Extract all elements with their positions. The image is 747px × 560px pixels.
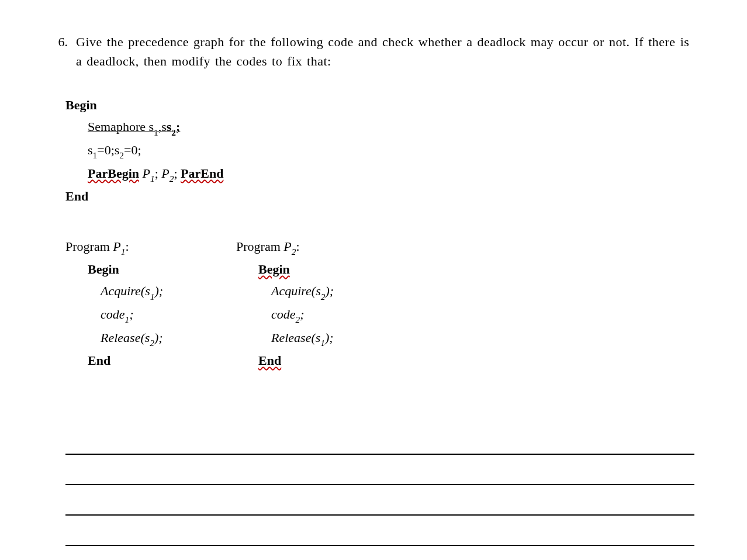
semaphore-label: Semaphore s1,ss2; <box>88 119 180 134</box>
question-content: Give the precedence graph for the follow… <box>76 32 694 560</box>
program-1-release: Release(s2); <box>101 327 200 350</box>
answer-lines <box>65 424 694 560</box>
answer-line-4 <box>65 516 694 546</box>
parend-keyword: ParEnd <box>181 166 223 181</box>
answer-line-2 <box>65 455 694 485</box>
program-2-begin: Begin <box>258 258 371 280</box>
program-2-code: code2; <box>271 303 371 327</box>
answer-line-1 <box>65 424 694 455</box>
answer-line-5 <box>65 546 694 560</box>
parbegin-line: ParBegin P1; P2; ParEnd <box>88 163 694 186</box>
program-2-acquire: Acquire(s2); <box>271 280 371 303</box>
question-wrapper: 6. Give the precedence graph for the fol… <box>53 32 694 560</box>
begin-keyword: Begin <box>65 94 694 116</box>
question-text: Give the precedence graph for the follow… <box>76 32 694 71</box>
program-1: Program P1: Begin Acquire(s1); code1; Re… <box>65 236 200 372</box>
program-2: Program P2: Begin Acquire(s2); code2; Re… <box>236 236 371 372</box>
end-keyword: End <box>65 185 694 207</box>
program-1-end: End <box>88 350 200 371</box>
programs-row: Program P1: Begin Acquire(s1); code1; Re… <box>65 236 694 372</box>
main-code-block: Begin Semaphore s1,ss2; s1=0;s2=0; ParBe… <box>65 94 694 208</box>
program-1-header: Program P1: <box>65 236 200 259</box>
semaphore-declaration: Semaphore s1,ss2; <box>88 116 694 139</box>
parbegin-keyword: ParBegin <box>88 166 139 181</box>
semaphore-init: s1=0;s2=0; <box>88 139 694 163</box>
program-1-acquire: Acquire(s1); <box>101 280 200 303</box>
program-1-code: code1; <box>101 303 200 327</box>
program-2-release: Release(s1); <box>271 327 371 350</box>
program-2-header: Program P2: <box>236 236 371 259</box>
program-2-end: End <box>258 350 371 371</box>
answer-line-3 <box>65 485 694 516</box>
program-1-begin: Begin <box>88 258 200 280</box>
